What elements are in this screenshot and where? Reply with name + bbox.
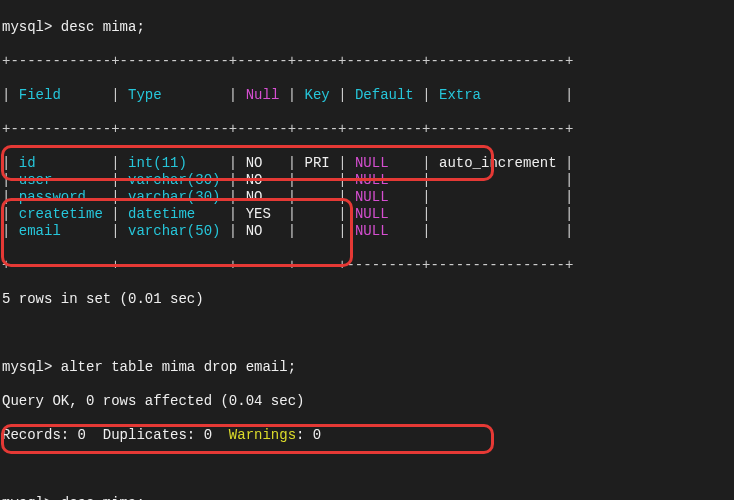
table-row: | user | varchar(30) | NO | | NULL | |: [2, 172, 734, 189]
blank-line: [2, 461, 734, 478]
table-row: | createtime | datetime | YES | | NULL |…: [2, 206, 734, 223]
table-border: +------------+-------------+------+-----…: [2, 257, 734, 274]
blank-line: [2, 325, 734, 342]
table-header-row: | Field | Type | Null | Key | Default | …: [2, 87, 734, 104]
table-row: | email | varchar(50) | NO | | NULL | |: [2, 223, 734, 240]
query-ok: Query OK, 0 rows affected (0.04 sec): [2, 393, 734, 410]
records-line: Records: 0 Duplicates: 0 Warnings: 0: [2, 427, 734, 444]
prompt-alter-table: mysql> alter table mima drop email;: [2, 359, 734, 376]
mysql-terminal[interactable]: mysql> desc mima; +------------+--------…: [0, 0, 734, 500]
table-border: +------------+-------------+------+-----…: [2, 53, 734, 70]
table-border: +------------+-------------+------+-----…: [2, 121, 734, 138]
prompt-desc-mima-2: mysql> desc mima;: [2, 495, 734, 500]
table-row: | id | int(11) | NO | PRI | NULL | auto_…: [2, 155, 734, 172]
rows-in-set-1: 5 rows in set (0.01 sec): [2, 291, 734, 308]
table-row: | password | varchar(30) | NO | | NULL |…: [2, 189, 734, 206]
prompt-desc-mima-1: mysql> desc mima;: [2, 19, 734, 36]
